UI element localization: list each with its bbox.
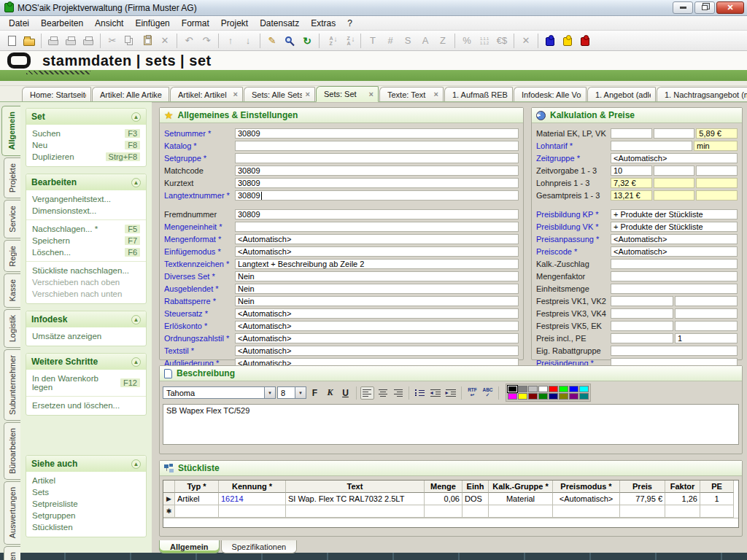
field-preis-incl-pe-input-1[interactable]: [611, 333, 673, 343]
menu-bearbeiten[interactable]: Bearbeiten: [35, 17, 89, 30]
field-mengenfaktor-input-1[interactable]: [611, 271, 738, 281]
field-kurztext-input[interactable]: 30809: [235, 178, 519, 188]
field-festpreis-vk1-vk2-input-1[interactable]: [611, 296, 673, 306]
sidebar-item-st-ckliste-nachschlagen-[interactable]: Stückliste nachschlagen...: [26, 265, 146, 276]
field-fremdnummer-input[interactable]: 30809: [235, 209, 519, 219]
sidebar-item-ums-tze-anzeigen[interactable]: Umsätze anzeigen: [26, 330, 146, 342]
field-gesamtpreis-1-3-input-1[interactable]: 13,21 €: [611, 190, 652, 201]
sidebar-item-setpreisliste[interactable]: Setpreisliste: [26, 498, 146, 510]
bold-button[interactable]: F: [308, 386, 322, 400]
restore-button[interactable]: [694, 1, 715, 14]
sidebar-item-l-schen-[interactable]: Löschen...F6: [26, 246, 146, 258]
field-zeitvorgabe-1-3-input-1[interactable]: 10: [611, 166, 652, 176]
field-ausgeblendet--input[interactable]: Nein: [235, 284, 519, 294]
column-header[interactable]: Faktor: [665, 481, 700, 493]
menu-datensatz[interactable]: Datensatz: [254, 17, 305, 30]
field-rabattsperre--label[interactable]: Rabattsperre *: [164, 297, 235, 306]
field-einheitsmenge-input-1[interactable]: [611, 284, 738, 294]
table-cell[interactable]: <Automatisch>: [553, 493, 620, 505]
close-tab-icon[interactable]: ×: [434, 90, 438, 98]
menu-?[interactable]: ?: [341, 17, 358, 30]
column-header[interactable]: Kennung *: [219, 481, 286, 493]
section-header[interactable]: Infodesk▲: [26, 311, 146, 327]
sidebar-item-artikel[interactable]: Artikel: [26, 475, 146, 486]
sidebar-tab-logistik[interactable]: Logistik: [4, 309, 20, 348]
table-cell[interactable]: 0,06: [425, 493, 462, 505]
table-row[interactable]: ▶Artikel16214SI Wap. Flex TC RAL7032 2.5…: [163, 493, 738, 505]
sidebar-item-duplizieren[interactable]: DuplizierenStrg+F8: [26, 151, 146, 163]
field-matchcode-input[interactable]: 30809: [235, 166, 519, 176]
field-festpreis-vk5-ek-input-2[interactable]: [675, 321, 738, 331]
palette-color-swatch[interactable]: [528, 393, 538, 400]
sidebar-tab-auswertungen[interactable]: Auswertungen: [4, 481, 20, 544]
palette-color-swatch[interactable]: [579, 386, 589, 392]
field-mengenformat--input[interactable]: <Automatisch>: [235, 234, 519, 244]
italic-button[interactable]: K: [323, 386, 337, 400]
table-cell[interactable]: SI Wap. Flex TC RAL7032 2.5LT: [286, 493, 425, 505]
sidebar-item-setgruppen[interactable]: Setgruppen: [26, 510, 146, 521]
column-header[interactable]: PE: [700, 481, 734, 493]
field-festpreis-vk3-vk4-input-2[interactable]: [675, 308, 738, 319]
table-cell[interactable]: [620, 505, 665, 518]
field-setnummer--label[interactable]: Setnummer *: [164, 129, 235, 138]
field-preisbildung-vk--input-1[interactable]: + Produkte der Stückliste: [611, 222, 738, 232]
close-tab-icon[interactable]: ×: [233, 90, 238, 98]
field-diverses-set--label[interactable]: Diverses Set *: [164, 272, 235, 281]
tab-1-angebot-adler[interactable]: 1. Angebot (adler: [587, 87, 656, 101]
field-mengeneinheit--input[interactable]: [235, 222, 519, 232]
sidebar-item-in-den-warenkorb-legen[interactable]: In den Warenkorb legenF12: [26, 373, 146, 393]
field-lohntarif--input-1[interactable]: [611, 141, 692, 151]
field-katalog--label[interactable]: Katalog *: [164, 141, 235, 150]
field-zeitvorgabe-1-3-input-3[interactable]: [696, 166, 738, 176]
find-button[interactable]: [282, 33, 298, 49]
sidebar-item-vergangenheitstext-[interactable]: Vergangenheitstext...: [26, 193, 146, 205]
palette-color-swatch[interactable]: [538, 386, 548, 392]
field-preis-incl-pe-input-2[interactable]: 1: [675, 333, 738, 343]
outdent-button[interactable]: [428, 386, 442, 400]
palette-color-swatch[interactable]: [538, 393, 548, 400]
field-setgruppe--label[interactable]: Setgruppe *: [164, 154, 235, 163]
field-preisanpassung--input-1[interactable]: <Automatisch>: [611, 234, 738, 244]
sidebar-tab-stammdaten[interactable]: Stammdaten: [4, 546, 20, 560]
refresh-button[interactable]: ↻: [299, 33, 315, 49]
collapse-arrow-icon[interactable]: ▲: [131, 357, 141, 367]
close-tab-icon[interactable]: ×: [306, 90, 310, 98]
table-cell[interactable]: [219, 505, 286, 518]
sidebar-item-suchen[interactable]: SuchenF3: [26, 128, 146, 139]
new-document-button[interactable]: [4, 33, 20, 49]
table-cell[interactable]: Material: [489, 493, 553, 505]
field-preisbildung-kp--label[interactable]: Preisbildung KP *: [536, 210, 611, 219]
field-textkennzeichen--input[interactable]: Langtext + Beschreibung ab Zeile 2: [235, 259, 519, 269]
sidebar-tab-regie[interactable]: Regie: [4, 240, 20, 273]
edit-button[interactable]: ✎: [264, 33, 280, 49]
tab-sets-set[interactable]: Sets: Set×: [316, 86, 379, 102]
field-textkennzeichen--label[interactable]: Textkennzeichen *: [164, 260, 235, 268]
field-festpreis-vk1-vk2-input-2[interactable]: [675, 296, 738, 306]
table-cell[interactable]: DOS: [462, 493, 489, 505]
field-langtextnummer--input[interactable]: 30809: [235, 190, 519, 201]
tab-1-nachtragsangebot-maske-[interactable]: 1. Nachtragsangebot (maske)×: [657, 87, 747, 101]
palette-color-swatch[interactable]: [518, 386, 527, 392]
field-festpreis-vk5-ek-input-1[interactable]: [611, 321, 673, 331]
table-cell[interactable]: [462, 505, 489, 518]
field-eig-rabattgruppe-input-1[interactable]: [611, 346, 738, 356]
field-erl-skonto--input[interactable]: <Automatisch>: [235, 321, 519, 331]
table-cell[interactable]: [553, 505, 620, 518]
table-cell[interactable]: [489, 505, 553, 518]
table-cell[interactable]: 1: [700, 493, 734, 505]
align-right-button[interactable]: [391, 386, 405, 400]
field-langtextnummer--label[interactable]: Langtextnummer *: [164, 191, 235, 200]
field-lohnpreis-1-3-input-1[interactable]: 7,32 €: [611, 178, 652, 188]
field-festpreis-vk3-vk4-input-1[interactable]: [611, 308, 673, 319]
table-cell[interactable]: [700, 505, 734, 518]
tab-artikel-alle-artike[interactable]: Artikel: Alle Artike: [92, 87, 169, 101]
menu-datei[interactable]: Datei: [3, 17, 35, 30]
close-button[interactable]: ✕: [716, 1, 744, 14]
chevron-down-icon[interactable]: ▼: [295, 387, 306, 398]
underline-button[interactable]: U: [338, 386, 352, 400]
field-preiscode--label[interactable]: Preiscode *: [536, 247, 611, 256]
field-einf-gemodus--label[interactable]: Einfügemodus *: [164, 247, 235, 256]
field-lohntarif--label[interactable]: Lohntarif *: [536, 141, 611, 150]
field-mengenformat--label[interactable]: Mengenformat *: [164, 235, 235, 244]
field-material-ek-lp-vk-input-1[interactable]: [611, 128, 652, 139]
